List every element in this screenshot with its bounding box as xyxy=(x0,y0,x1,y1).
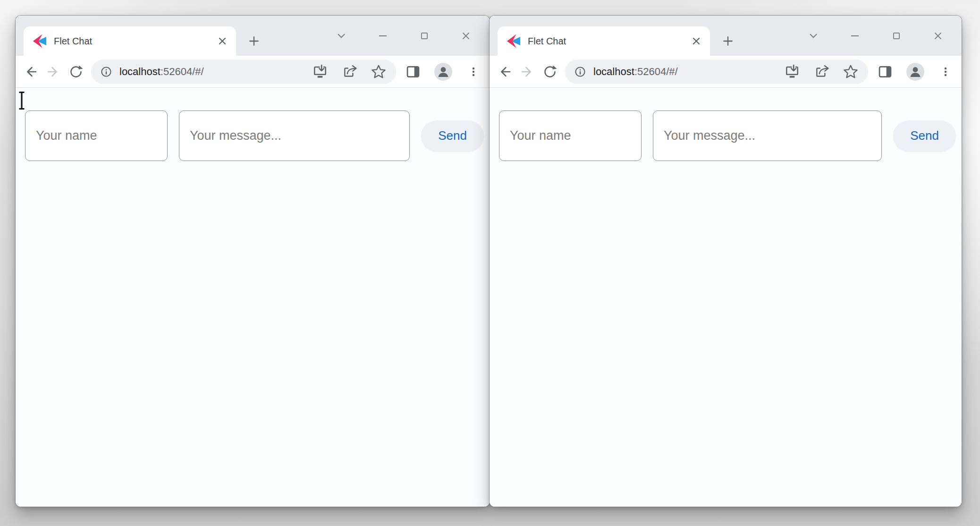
text-cursor xyxy=(17,91,26,110)
url-text[interactable]: localhost:52604/#/ xyxy=(593,66,784,78)
toolbar-right xyxy=(404,62,483,81)
minimize-icon[interactable] xyxy=(373,26,392,45)
side-panel-icon[interactable] xyxy=(876,62,895,81)
page-content: Send xyxy=(490,88,962,507)
tab-search-icon[interactable] xyxy=(804,26,823,45)
tab-close-icon[interactable] xyxy=(214,33,230,49)
tab-title: Flet Chat xyxy=(528,36,688,47)
omnibox-actions xyxy=(784,64,859,80)
flet-favicon xyxy=(32,34,47,48)
desktop: Flet Chat xyxy=(0,0,980,526)
share-icon[interactable] xyxy=(341,64,357,80)
bookmark-star-icon[interactable] xyxy=(371,64,387,80)
page-content: Send xyxy=(16,88,490,507)
chat-form: Send xyxy=(16,88,490,161)
back-icon[interactable] xyxy=(19,60,42,83)
profile-avatar-icon[interactable] xyxy=(434,62,453,81)
site-info-icon[interactable] xyxy=(572,63,589,80)
toolbar-right xyxy=(876,62,955,81)
bookmark-star-icon[interactable] xyxy=(843,64,859,80)
tab-strip: Flet Chat xyxy=(490,16,962,56)
forward-icon[interactable] xyxy=(516,60,539,83)
url-host: localhost xyxy=(119,66,161,77)
tab-search-icon[interactable] xyxy=(332,26,351,45)
menu-kebab-icon[interactable] xyxy=(464,62,483,81)
share-icon[interactable] xyxy=(813,64,829,80)
name-input[interactable] xyxy=(499,110,642,161)
chat-form: Send xyxy=(490,88,962,161)
new-tab-icon[interactable] xyxy=(716,29,740,53)
browser-window-left: Flet Chat xyxy=(16,16,490,507)
window-controls xyxy=(332,16,490,56)
forward-icon[interactable] xyxy=(42,60,65,83)
browser-toolbar: localhost:52604/#/ xyxy=(490,56,962,88)
omnibox-actions xyxy=(312,64,387,80)
install-app-icon[interactable] xyxy=(784,64,800,80)
minimize-icon[interactable] xyxy=(845,26,864,45)
tab-strip: Flet Chat xyxy=(16,16,490,56)
window-close-icon[interactable] xyxy=(456,26,475,45)
send-button[interactable]: Send xyxy=(421,120,484,152)
maximize-icon[interactable] xyxy=(887,26,906,45)
profile-avatar-icon[interactable] xyxy=(906,62,925,81)
send-button[interactable]: Send xyxy=(893,120,956,152)
name-input[interactable] xyxy=(25,110,168,161)
menu-kebab-icon[interactable] xyxy=(936,62,955,81)
browser-window-right: Flet Chat xyxy=(490,16,962,507)
window-controls xyxy=(804,16,962,56)
address-bar[interactable]: localhost:52604/#/ xyxy=(565,59,868,84)
browser-toolbar: localhost:52604/#/ xyxy=(16,56,490,88)
url-path: :52604/#/ xyxy=(161,66,204,77)
side-panel-icon[interactable] xyxy=(404,62,422,81)
tab-title: Flet Chat xyxy=(54,36,214,47)
tab-close-icon[interactable] xyxy=(688,33,704,49)
reload-icon[interactable] xyxy=(65,60,87,83)
message-input[interactable] xyxy=(653,110,882,161)
url-text[interactable]: localhost:52604/#/ xyxy=(119,66,312,78)
message-input[interactable] xyxy=(179,110,410,161)
install-app-icon[interactable] xyxy=(312,64,328,80)
url-path: :52604/#/ xyxy=(634,66,678,77)
site-info-icon[interactable] xyxy=(98,63,115,80)
new-tab-icon[interactable] xyxy=(242,29,266,53)
address-bar[interactable]: localhost:52604/#/ xyxy=(91,59,396,84)
maximize-icon[interactable] xyxy=(415,26,434,45)
reload-icon[interactable] xyxy=(539,60,561,83)
window-close-icon[interactable] xyxy=(929,26,947,45)
back-icon[interactable] xyxy=(493,60,516,83)
flet-favicon xyxy=(506,34,521,48)
browser-tab[interactable]: Flet Chat xyxy=(498,26,710,56)
browser-tab[interactable]: Flet Chat xyxy=(24,26,236,56)
url-host: localhost xyxy=(593,66,634,77)
